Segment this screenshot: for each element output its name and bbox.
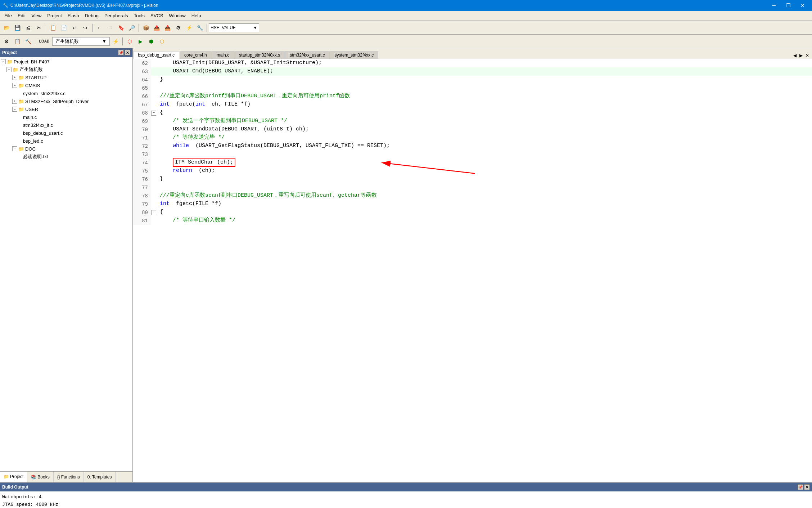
line-content-62[interactable]: USART_Init(DEBUG_USART, &USART_InitStruc… xyxy=(157,59,812,67)
code-area[interactable]: 62 USART_Init(DEBUG_USART, &USART_InitSt… xyxy=(133,59,812,482)
expand-icon[interactable]: − xyxy=(12,83,17,88)
toolbar-icon-10[interactable]: 🔖 xyxy=(116,23,126,33)
menu-item-peripherals[interactable]: Peripherals xyxy=(102,11,131,21)
code-collapse-icon[interactable]: − xyxy=(151,210,156,215)
toolbar-btn-7[interactable]: ⬢ xyxy=(146,36,156,46)
toolbar-icon-7[interactable]: ↪ xyxy=(80,23,90,33)
code-collapse-icon[interactable]: − xyxy=(151,111,156,116)
editor-tab-startup_stm32f40xx-s[interactable]: startup_stm32f40xx.s xyxy=(234,51,285,59)
line-content-64[interactable]: } xyxy=(157,76,812,84)
line-content-79[interactable]: int fgetc(FILE *f) xyxy=(157,200,812,208)
tree-item[interactable]: stm32f4xx_it.c xyxy=(1,121,132,129)
toolbar-btn-1[interactable]: ⚙ xyxy=(1,36,12,46)
expand-icon[interactable]: − xyxy=(12,107,17,112)
tab-close-all[interactable]: ✕ xyxy=(804,52,811,59)
tab-scroll-left[interactable]: ◀ xyxy=(792,52,798,59)
expand-icon[interactable]: − xyxy=(12,146,17,151)
line-content-69[interactable]: /* 发送一个字节数据到串口DEBUG_USART */ xyxy=(157,117,812,125)
editor-tab-core_cm4-h[interactable]: core_cm4.h xyxy=(180,51,212,59)
toolbar-btn-6[interactable]: ▶ xyxy=(135,36,145,46)
line-content-72[interactable]: while (USART_GetFlagStatus(DEBUG_USART, … xyxy=(157,142,812,150)
menu-item-svcs[interactable]: SVCS xyxy=(148,11,166,21)
line-content-66[interactable]: ///重定向c库函数printf到串口DEBUG_USART，重定向后可使用pr… xyxy=(157,92,812,101)
minimize-button[interactable]: ─ xyxy=(767,1,780,10)
line-content-71[interactable]: /* 等待发送完毕 */ xyxy=(157,134,812,142)
line-content-81[interactable]: /* 等待串口输入数据 */ xyxy=(157,217,812,225)
expand-icon[interactable]: − xyxy=(6,67,12,72)
tree-item[interactable]: bsp_debug_usart.c xyxy=(1,129,132,137)
toolbar-icon-3[interactable]: ✂ xyxy=(34,23,44,33)
toolbar-icon-11[interactable]: 🔎 xyxy=(127,23,137,33)
hse-value-dropdown[interactable]: HSE_VALUE▼ xyxy=(209,23,259,32)
menu-item-edit[interactable]: Edit xyxy=(15,11,28,21)
editor-tab-main-c[interactable]: main.c xyxy=(212,51,234,59)
function-dropdown[interactable]: 产生随机数 ▼ xyxy=(52,37,110,46)
tree-item[interactable]: −📁CMSIS xyxy=(1,81,132,89)
toolbar-icon-4[interactable]: 📋 xyxy=(48,23,58,33)
toolbar-btn-3[interactable]: 🔨 xyxy=(23,36,33,46)
menu-item-tools[interactable]: Tools xyxy=(131,11,148,21)
line-content-75[interactable]: return (ch); xyxy=(157,167,812,175)
line-content-76[interactable]: } xyxy=(157,175,812,183)
tree-item[interactable]: −📁DOC xyxy=(1,145,132,153)
panel-close-button[interactable]: ✕ xyxy=(125,50,130,55)
line-content-68[interactable]: { xyxy=(157,109,812,117)
line-content-80[interactable]: { xyxy=(157,208,812,217)
menu-item-file[interactable]: File xyxy=(1,11,15,21)
panel-tab-books[interactable]: 📚Books xyxy=(27,472,53,482)
tree-item[interactable]: bsp_led.c xyxy=(1,137,132,145)
tree-item[interactable]: system_stm32f4xx.c xyxy=(1,89,132,97)
menu-item-flash[interactable]: Flash xyxy=(65,11,82,21)
restore-button[interactable]: ❐ xyxy=(782,1,795,10)
tree-item[interactable]: +📁STM32F4xx_StdPeriph_Driver xyxy=(1,97,132,105)
line-content-67[interactable]: int fputc(int ch, FILE *f) xyxy=(157,101,812,109)
line-content-73[interactable] xyxy=(157,150,812,159)
tab-scroll-right[interactable]: ▶ xyxy=(798,52,804,59)
toolbar-icon-5[interactable]: 📄 xyxy=(59,23,69,33)
toolbar-icon-0[interactable]: 📂 xyxy=(1,23,12,33)
editor-tab-system_stm32f4xx-c[interactable]: system_stm32f4xx.c xyxy=(330,51,379,59)
panel-tab-templates[interactable]: 0.Templates xyxy=(84,472,116,482)
toolbar-btn-2[interactable]: 📋 xyxy=(12,36,22,46)
line-content-77[interactable] xyxy=(157,183,812,192)
toolbar-icon-9[interactable]: → xyxy=(105,23,115,33)
tree-item[interactable]: −📁产生随机数 xyxy=(1,66,132,73)
toolbar-icon-1[interactable]: 💾 xyxy=(12,23,22,33)
tree-item[interactable]: 必读说明.txt xyxy=(1,153,132,161)
line-content-78[interactable]: ///重定向c库函数scanf到串口DEBUG_USART，重写向后可使用sca… xyxy=(157,192,812,200)
menu-item-project[interactable]: Project xyxy=(44,11,64,21)
expand-icon[interactable]: − xyxy=(1,59,6,64)
toolbar-icon-12[interactable]: 📦 xyxy=(141,23,151,33)
line-content-63[interactable]: USART_Cmd(DEBUG_USART, ENABLE); xyxy=(157,67,812,76)
menu-item-debug[interactable]: Debug xyxy=(82,11,102,21)
toolbar-btn-8[interactable]: ⬡ xyxy=(157,36,167,46)
editor-tab-stm32f4xx_usart-c[interactable]: stm32f4xx_usart.c xyxy=(285,51,329,59)
expand-icon[interactable]: + xyxy=(12,99,17,104)
menu-item-help[interactable]: Help xyxy=(189,11,204,21)
panel-tab-functions[interactable]: {}Functions xyxy=(54,472,84,482)
toolbar-icon-14[interactable]: 📥 xyxy=(162,23,172,33)
panel-tab-project[interactable]: 📁Project xyxy=(0,472,27,482)
tree-item[interactable]: main.c xyxy=(1,113,132,121)
close-button[interactable]: ✕ xyxy=(796,1,809,10)
toolbar-icon-8[interactable]: ← xyxy=(94,23,104,33)
panel-pin-button[interactable]: 📌 xyxy=(118,50,124,55)
build-pin-button[interactable]: 📌 xyxy=(798,484,803,490)
toolbar-icon-13[interactable]: 📤 xyxy=(152,23,162,33)
build-close-button[interactable]: ✕ xyxy=(804,484,810,490)
editor-tab-bsp_debug_usart-c[interactable]: bsp_debug_usart.c xyxy=(133,51,179,59)
tree-item[interactable]: +📁STARTUP xyxy=(1,73,132,81)
toolbar-icon-6[interactable]: ↩ xyxy=(69,23,80,33)
menu-item-window[interactable]: Window xyxy=(166,11,188,21)
toolbar-icon-16[interactable]: ⚡ xyxy=(184,23,194,33)
toolbar-icon-17[interactable]: 🔧 xyxy=(195,23,205,33)
tree-item[interactable]: −📁Project: BH-F407 xyxy=(1,58,132,66)
line-content-74[interactable]: ITM_SendChar (ch); xyxy=(157,159,812,167)
toolbar-btn-4[interactable]: ⚡ xyxy=(110,36,121,46)
toolbar-btn-5[interactable]: ⬡ xyxy=(125,36,135,46)
toolbar-icon-15[interactable]: ⚙ xyxy=(173,23,183,33)
menu-item-view[interactable]: View xyxy=(28,11,44,21)
expand-icon[interactable]: + xyxy=(12,75,17,80)
load-button[interactable]: LOAD xyxy=(37,36,51,46)
line-content-65[interactable] xyxy=(157,84,812,92)
